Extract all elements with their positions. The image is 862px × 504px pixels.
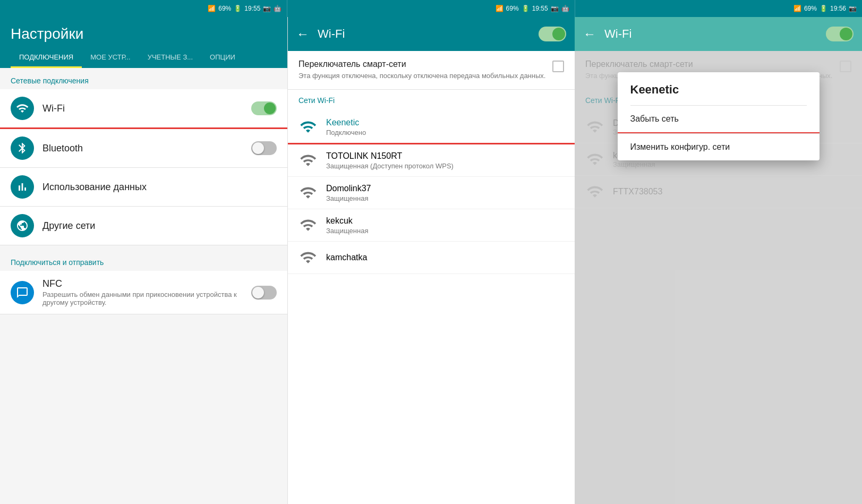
wifi-toggle[interactable]	[251, 101, 277, 115]
popup-network-name: Keenetic	[618, 72, 820, 105]
screenshot-icon-3: 📷	[849, 5, 857, 12]
keenetic-wifi-icon	[298, 117, 318, 136]
wifi-icon-3: 📶	[793, 5, 801, 12]
data-usage-icon	[11, 175, 34, 199]
domolink37-content: Domolink37 Защищенная	[326, 184, 371, 202]
main-content: Настройки ПОДКЛЮЧЕНИЯ МОЕ УСТР... УЧЕТНЫ…	[0, 17, 862, 504]
signal-2: 69%	[506, 5, 519, 12]
wifi-popup-title: Wi-Fi	[604, 27, 817, 41]
totolink-name: TOTOLINK N150RT	[326, 151, 454, 161]
kekcuk-status: Защищенная	[326, 227, 368, 235]
wifi-settings-icon	[11, 97, 34, 120]
nfc-subtitle: Разрешить обмен данными при прикосновени…	[42, 291, 251, 306]
network-totolink[interactable]: TOTOLINK N150RT Защищенная (Доступен про…	[288, 144, 575, 177]
time-2: 19:55	[532, 5, 548, 12]
battery-icon-3: 🔋	[820, 5, 827, 12]
signal-3: 69%	[804, 5, 817, 12]
domolink37-status: Защищенная	[326, 194, 371, 202]
totolink-content: TOTOLINK N150RT Защищенная (Доступен про…	[326, 151, 454, 170]
kamchatka-content: kamchatka	[326, 253, 367, 262]
wifi-popup-header: ← Wi-Fi	[575, 17, 862, 51]
data-usage-title: Использование данных	[42, 182, 277, 193]
nfc-content: NFC Разрешить обмен данными при прикосно…	[42, 278, 251, 306]
totolink-status: Защищенная (Доступен протокол WPS)	[326, 162, 454, 170]
wifi-icon-1: 📶	[208, 5, 216, 12]
domolink37-name: Domolink37	[326, 184, 371, 193]
nfc-toggle[interactable]	[251, 286, 277, 300]
signal-1: 69%	[218, 5, 231, 12]
popup-background: Переключатель смарт-сети Эта функция отк…	[575, 51, 862, 504]
forget-network-action[interactable]: Забыть сеть	[618, 106, 820, 133]
android-icon-1: 🤖	[274, 5, 281, 12]
domolink37-wifi-icon	[298, 183, 318, 202]
settings-tabs: ПОДКЛЮЧЕНИЯ МОЕ УСТР... УЧЕТНЫЕ З... ОПЦ…	[11, 48, 277, 68]
keenetic-content: Keenetic Подключено	[326, 118, 366, 136]
other-networks-content: Другие сети	[42, 220, 277, 232]
data-usage-content: Использование данных	[42, 182, 277, 193]
kekcuk-content: kekcuk Защищенная	[326, 216, 368, 235]
screenshot-icon-1: 📷	[263, 5, 271, 12]
other-networks-icon	[11, 214, 34, 237]
network-options-popup: Keenetic Забыть сеть Изменить конфигур. …	[618, 72, 820, 160]
kekcuk-name: kekcuk	[326, 216, 368, 226]
connect-section-header: Подключиться и отправить	[0, 250, 287, 271]
settings-title: Настройки	[11, 25, 277, 48]
smart-network-section: Переключатель смарт-сети Эта функция отк…	[288, 51, 575, 90]
network-kekcuk[interactable]: kekcuk Защищенная	[288, 209, 575, 242]
other-networks-item[interactable]: Другие сети	[0, 207, 287, 245]
other-networks-title: Другие сети	[42, 220, 277, 232]
smart-network-title: Переключатель смарт-сети	[298, 59, 546, 69]
wifi-panel-title: Wi-Fi	[318, 27, 530, 41]
nfc-item[interactable]: NFC Разрешить обмен данными при прикосно…	[0, 271, 287, 314]
smart-network-content: Переключатель смарт-сети Эта функция отк…	[298, 59, 546, 81]
wifi-header-toggle[interactable]	[539, 27, 566, 41]
data-usage-item[interactable]: Использование данных	[0, 168, 287, 207]
settings-header: Настройки ПОДКЛЮЧЕНИЯ МОЕ УСТР... УЧЕТНЫ…	[0, 17, 287, 68]
bluetooth-settings-item[interactable]: Bluetooth	[0, 129, 287, 168]
smart-network-checkbox[interactable]	[552, 61, 564, 72]
totolink-wifi-icon	[298, 151, 318, 170]
network-section-header: Сетевые подключения	[0, 68, 287, 89]
android-icon-2: 🤖	[561, 5, 569, 12]
wifi-settings-title: Wi-Fi	[42, 103, 251, 114]
wifi-panel: ← Wi-Fi Переключатель смарт-сети Эта фун…	[287, 17, 575, 504]
kamchatka-name: kamchatka	[326, 253, 367, 262]
smart-network-subtitle: Эта функция отключена, поскольку отключе…	[298, 71, 546, 81]
wifi-back-button[interactable]: ←	[296, 27, 309, 41]
tab-my-device[interactable]: МОЕ УСТР...	[82, 48, 139, 68]
tab-accounts[interactable]: УЧЕТНЫЕ З...	[139, 48, 201, 68]
network-domolink37[interactable]: Domolink37 Защищенная	[288, 177, 575, 209]
network-kamchatka[interactable]: kamchatka	[288, 242, 575, 274]
bluetooth-settings-content: Bluetooth	[42, 143, 251, 154]
settings-panel: Настройки ПОДКЛЮЧЕНИЯ МОЕ УСТР... УЧЕТНЫ…	[0, 17, 287, 504]
time-3: 19:56	[830, 5, 846, 12]
bluetooth-settings-icon	[11, 136, 34, 160]
wifi-networks-header: Сети Wi-Fi	[288, 90, 575, 111]
battery-icon-2: 🔋	[522, 5, 530, 12]
wifi-popup-back-button[interactable]: ←	[583, 27, 596, 41]
wifi-popup-toggle[interactable]	[826, 27, 854, 41]
tab-connections[interactable]: ПОДКЛЮЧЕНИЯ	[11, 48, 82, 68]
keenetic-status: Подключено	[326, 129, 366, 136]
bluetooth-toggle[interactable]	[251, 141, 277, 155]
popup-overlay: Keenetic Забыть сеть Изменить конфигур. …	[575, 51, 862, 504]
kekcuk-wifi-icon	[298, 216, 318, 235]
change-config-action[interactable]: Изменить конфигур. сети	[618, 134, 820, 160]
wifi-settings-content: Wi-Fi	[42, 103, 251, 114]
keenetic-name: Keenetic	[326, 118, 366, 127]
nfc-title: NFC	[42, 278, 251, 289]
bluetooth-settings-title: Bluetooth	[42, 143, 251, 154]
wifi-header: ← Wi-Fi	[288, 17, 575, 51]
battery-icon-1: 🔋	[234, 5, 242, 12]
wifi-settings-item[interactable]: Wi-Fi	[0, 89, 287, 129]
wifi-icon-2: 📶	[496, 5, 503, 12]
status-bar-panel2: 📶 69% 🔋 19:55 📷 🤖	[287, 0, 574, 17]
network-keenetic[interactable]: Keenetic Подключено	[288, 111, 575, 144]
wifi-popup-panel: ← Wi-Fi Переключатель смарт-сети Эта фун…	[575, 17, 862, 504]
nfc-icon	[11, 281, 34, 304]
status-bar: 📶 69% 🔋 19:55 📷 🤖 📶 69% 🔋 19:55 📷 🤖 📶 69…	[0, 0, 862, 17]
status-bar-panel3: 📶 69% 🔋 19:56 📷	[575, 0, 862, 17]
kamchatka-wifi-icon	[298, 248, 318, 267]
settings-body: Сетевые подключения Wi-Fi	[0, 68, 287, 504]
tab-options[interactable]: ОПЦИИ	[201, 48, 244, 68]
